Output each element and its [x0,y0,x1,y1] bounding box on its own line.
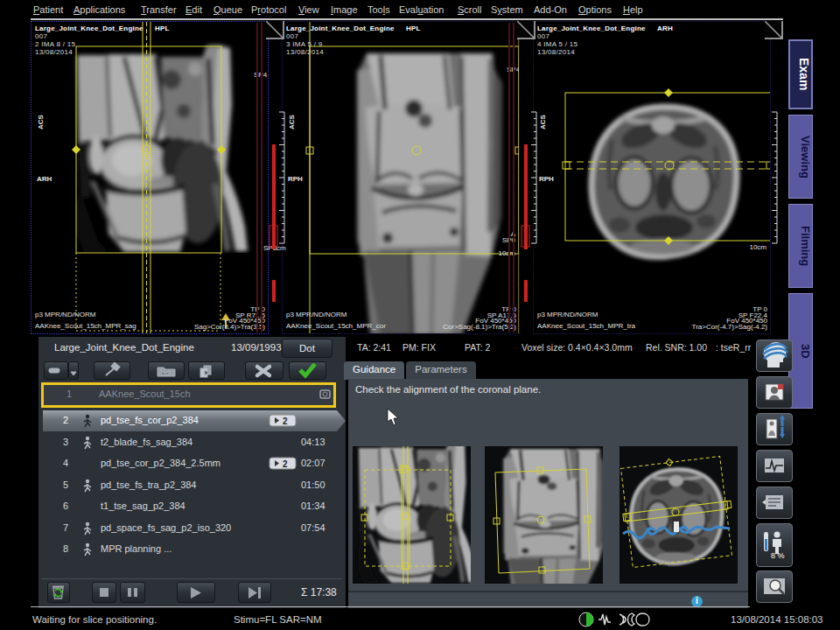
svg-text:2: 2 [283,459,288,469]
svg-text:2: 2 [283,416,288,426]
svg-text:8 %: 8 % [771,551,785,560]
